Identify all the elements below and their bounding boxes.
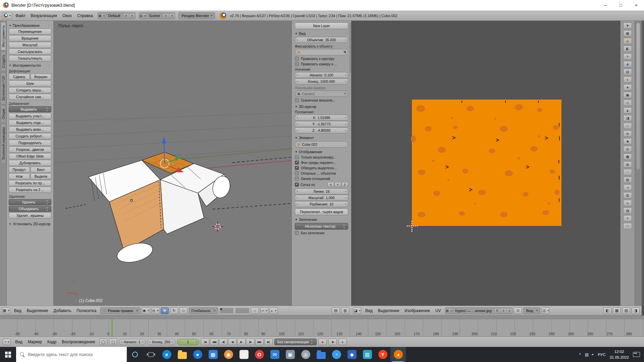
playback-button[interactable]: ◀| <box>219 339 227 345</box>
screen-layout-selector[interactable]: ▦ Default + × <box>98 12 135 19</box>
preview-range-icon[interactable]: ◯ <box>99 339 107 345</box>
language-indicator[interactable]: РУС <box>598 353 605 357</box>
playback-button[interactable]: ▶ <box>237 339 246 345</box>
tool-button[interactable]: Случайное сме... <box>9 94 51 100</box>
all-origins-row[interactable]: Опорные ... объектов <box>295 171 348 175</box>
panel-grip-icon[interactable]: ::: <box>344 32 348 35</box>
toolshelf-tab[interactable]: Создать <box>1 51 6 71</box>
cursor-x-field[interactable]: X: 1.01996 <box>295 115 348 121</box>
panel-icon-button[interactable]: ◧ <box>623 46 632 52</box>
search-input[interactable] <box>28 352 115 357</box>
menu-item[interactable]: Вид <box>12 340 25 344</box>
taskbar-app[interactable]: ▣ <box>282 347 298 362</box>
grid-lines-field[interactable]: Линии: 16 <box>295 188 348 194</box>
delete-screen-button[interactable]: × <box>129 14 135 18</box>
uv-draw-mode-icon[interactable]: ▩ <box>613 307 621 314</box>
eyedropper-icon[interactable]: ◥ <box>343 50 346 54</box>
checkbox[interactable] <box>295 62 299 66</box>
menu-item[interactable]: Окно <box>60 13 74 18</box>
taskbar-app[interactable]: ◆ <box>344 347 360 362</box>
panel-icon-button[interactable]: ▩ <box>623 154 632 160</box>
panel-header-item[interactable]: ▼ Элемент ::: <box>295 136 348 140</box>
item-name-field[interactable]: ▧ Cube.002 <box>295 141 348 147</box>
panel-icon-button[interactable]: ▤ <box>623 69 632 75</box>
grid-floor-row[interactable]: Сетка по XYZ <box>295 182 348 187</box>
panel-icon-button[interactable]: ◇ <box>623 100 632 106</box>
panel-icon-button[interactable]: ▲ <box>623 107 632 114</box>
snap-element-dropdown[interactable]: ▱ <box>260 307 268 314</box>
tool-button[interactable]: Сгладить верш... <box>9 87 51 93</box>
browse-scenes-icon[interactable]: ▤ <box>139 14 147 17</box>
panel-header-transform[interactable]: ▼ Преобразовани ::: <box>9 23 51 27</box>
merge-menu-button[interactable]: Объединить <box>9 206 51 212</box>
menu-item[interactable]: Маркер <box>25 340 45 344</box>
menu-item[interactable]: Файл <box>13 13 28 18</box>
task-view-button[interactable] <box>143 347 159 362</box>
notification-center-icon[interactable] <box>633 352 640 357</box>
panel-header-3d-cursor[interactable]: ▼ 3D-курсор ::: <box>295 105 348 109</box>
opengl-render-anim-button[interactable]: ▥ <box>341 307 349 314</box>
taskbar-app[interactable]: ▤ <box>236 347 252 362</box>
menu-item[interactable]: Выделение <box>24 308 51 313</box>
outline-selected-row[interactable]: Обводить выделенн... <box>295 166 348 170</box>
panel-header-meshtools[interactable]: ▼ Инструменты:по ::: <box>9 63 51 67</box>
panel-icon-button[interactable]: □ <box>623 223 632 229</box>
fake-user-button[interactable]: F <box>494 309 500 313</box>
menu-item[interactable]: UV <box>433 308 444 313</box>
panel-icon-button[interactable]: ◐ <box>623 76 632 83</box>
opengl-render-button[interactable]: ▤ <box>332 307 340 314</box>
checkbox-checked[interactable] <box>295 166 299 170</box>
start-button[interactable] <box>0 347 16 362</box>
tray-app-icon[interactable]: ▤ <box>585 352 589 357</box>
taskbar-app[interactable]: ◕ <box>390 347 406 362</box>
vertex-button[interactable]: Вершин <box>31 74 52 80</box>
checkbox[interactable] <box>295 57 299 61</box>
panel-icon-button[interactable]: ◆ <box>623 61 632 67</box>
uv-mask-mode-icon[interactable]: ◨ <box>632 307 640 314</box>
tool-button[interactable]: Разреза...двигом <box>9 146 51 153</box>
tool-button[interactable]: Подразделить <box>9 140 51 146</box>
panel-icon-button[interactable]: ◓ <box>623 215 632 222</box>
npanel-scrollbar[interactable] <box>350 23 351 73</box>
delete-menu-button[interactable]: Удалить <box>9 199 51 205</box>
panel-grip-icon[interactable]: ::: <box>344 150 348 154</box>
checkbox[interactable] <box>295 155 299 159</box>
taskbar-app[interactable]: ✉ <box>267 347 282 362</box>
panel-grip-icon[interactable]: ::: <box>48 24 51 27</box>
vertical-scrollbar[interactable] <box>635 21 642 306</box>
panel-icon-button[interactable]: ◍ <box>623 161 632 168</box>
taskbar-app[interactable]: ▥ <box>360 347 375 362</box>
panel-grip-icon[interactable]: ::: <box>344 218 348 221</box>
tool-button[interactable]: Offset Edge Slide <box>9 153 51 159</box>
panel-icon-button[interactable]: ■ <box>623 138 632 144</box>
scene-selector[interactable]: ▤ Scene + × <box>139 12 175 19</box>
mode-dropdown[interactable]: ▧ Режим правки <box>100 307 141 314</box>
layers-widget[interactable] <box>220 308 233 313</box>
only-render-row[interactable]: Только визуализиру... <box>295 155 348 159</box>
checkbox[interactable] <box>295 231 299 235</box>
tool-button[interactable]: Выдавить участ... <box>9 113 51 119</box>
panel-grip-icon[interactable]: ::: <box>344 136 348 139</box>
panel-grip-icon[interactable]: ::: <box>48 64 51 67</box>
tool-button[interactable]: Выдавить вовн... <box>9 126 51 132</box>
toolshelf-tab[interactable]: Инструменты <box>1 22 6 50</box>
menu-item[interactable]: Справка <box>74 13 96 18</box>
knife-button[interactable]: Нож <box>9 173 30 179</box>
menu-item[interactable]: Вид <box>363 308 375 313</box>
tray-app-icon[interactable]: ◓ <box>591 352 594 357</box>
tray-expand-icon[interactable]: ^ <box>579 352 581 357</box>
menu-item[interactable]: Полисетка <box>74 308 99 313</box>
grid-axis-button[interactable]: Z <box>341 182 348 187</box>
knife-select-button[interactable]: Выдели <box>31 173 52 179</box>
uv-image-editor[interactable] <box>351 21 620 306</box>
grid-scale-field[interactable]: Масштаб: 1.000 <box>295 195 348 201</box>
new-image-button[interactable]: + <box>500 309 506 313</box>
translate-manipulator-icon[interactable]: ⊕ <box>161 307 169 314</box>
clip-end-field[interactable]: Конец: 1000.000 <box>295 78 348 84</box>
pin-icon[interactable]: ⊙ <box>514 307 522 314</box>
shading-mode-menu[interactable]: Несколько текстур <box>295 223 348 230</box>
playback-button[interactable]: ◀◀ <box>210 339 218 345</box>
editor-type-icon[interactable]: ◔ <box>3 339 11 345</box>
current-frame-field[interactable]: 1 <box>177 339 199 345</box>
checkbox[interactable] <box>295 171 299 175</box>
